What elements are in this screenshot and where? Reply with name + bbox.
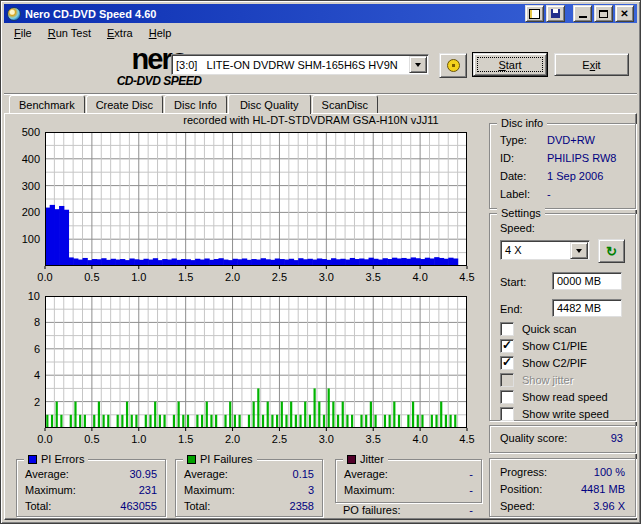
jitter-legend-swatch xyxy=(347,455,356,464)
checkbox-show-read-speed[interactable]: Show read speed xyxy=(500,390,608,404)
end-position-field[interactable]: 4482 MB xyxy=(552,299,622,317)
maximize-button[interactable] xyxy=(594,5,613,22)
position-value: 4481 MB xyxy=(581,483,625,495)
svg-text:3.5: 3.5 xyxy=(366,271,381,283)
svg-text:0.0: 0.0 xyxy=(37,433,52,445)
average-label: Average: xyxy=(25,468,69,480)
title-bar[interactable]: Nero CD-DVD Speed 4.60 ✕ xyxy=(4,4,637,23)
maximize-icon xyxy=(599,10,608,18)
pi-errors-legend: PI Errors xyxy=(41,453,84,466)
checkbox-show-jitter: Show jitter xyxy=(500,373,573,387)
svg-text:1.5: 1.5 xyxy=(178,433,193,445)
settings-legend: Settings xyxy=(497,207,545,220)
app-window: Nero CD-DVD Speed 4.60 ✕ File Run Test E… xyxy=(0,0,641,524)
svg-text:3.0: 3.0 xyxy=(319,433,334,445)
disc-date-value: 1 Sep 2006 xyxy=(547,170,603,182)
menu-extra[interactable]: Extra xyxy=(99,25,141,42)
disc-date-label: Date: xyxy=(500,170,526,182)
exit-button[interactable]: Exit xyxy=(554,53,629,76)
svg-text:4.5: 4.5 xyxy=(459,433,474,445)
end-position-label: End: xyxy=(500,303,523,315)
disc-id-label: ID: xyxy=(500,152,514,164)
start-position-value: 0000 MB xyxy=(557,275,601,287)
pi-errors-chart: 1002003004005000.00.51.01.52.02.53.03.54… xyxy=(14,127,479,287)
quality-score-panel: Quality score: 93 xyxy=(489,425,636,453)
svg-text:300: 300 xyxy=(22,180,40,192)
jitter-stats: Jitter Average:- Maximum:- xyxy=(335,459,482,503)
close-button[interactable]: ✕ xyxy=(615,5,634,22)
svg-text:2.0: 2.0 xyxy=(225,433,240,445)
pi-errors-stats: PI Errors Average:30.95 Maximum:231 Tota… xyxy=(16,459,166,517)
save-results-button[interactable] xyxy=(546,5,565,22)
menu-help[interactable]: Help xyxy=(141,25,180,42)
svg-text:1.0: 1.0 xyxy=(131,433,146,445)
cd-dvd-speed-logo-text: CD-DVD SPEED xyxy=(100,75,218,87)
checkbox-icon[interactable] xyxy=(500,339,514,353)
checkbox-quick-scan[interactable]: Quick scan xyxy=(500,322,576,336)
start-button-label: Start xyxy=(498,59,521,71)
end-position-value: 4482 MB xyxy=(557,302,601,314)
quality-score-value: 93 xyxy=(611,432,623,444)
progress-value: 100 % xyxy=(594,466,625,478)
checkbox-icon[interactable] xyxy=(500,322,514,336)
checkbox-show-c2-pif[interactable]: Show C2/PIF xyxy=(500,356,587,370)
close-icon: ✕ xyxy=(620,9,628,19)
menu-file[interactable]: File xyxy=(6,25,40,42)
chevron-down-icon[interactable] xyxy=(570,242,588,259)
maximum-label: Maximum: xyxy=(344,484,395,496)
speed-select[interactable]: 4 X xyxy=(500,240,590,260)
progress-panel: Progress:100 % Position:4481 MB Speed:3.… xyxy=(489,458,636,517)
start-position-field[interactable]: 0000 MB xyxy=(552,272,622,290)
chevron-down-icon[interactable] xyxy=(409,56,427,73)
app-icon xyxy=(7,7,21,21)
maximum-label: Maximum: xyxy=(184,484,235,496)
disc-label-label: Label: xyxy=(500,188,530,200)
pi-errors-legend-swatch xyxy=(28,455,37,464)
menu-run-test[interactable]: Run Test xyxy=(40,25,99,42)
maximum-value: 231 xyxy=(139,484,157,496)
refresh-icon: ↻ xyxy=(606,244,617,259)
window-title: Nero CD-DVD Speed 4.60 xyxy=(25,8,523,20)
checkbox-show-c1-pie[interactable]: Show C1/PIE xyxy=(500,339,587,353)
average-value: - xyxy=(469,468,473,480)
checkbox-icon[interactable] xyxy=(500,407,514,421)
tab-scandisc[interactable]: ScanDisc xyxy=(312,95,378,114)
drive-select[interactable]: [3:0] LITE-ON DVDRW SHM-165H6S HV9N xyxy=(171,54,429,75)
average-label: Average: xyxy=(184,468,228,480)
checkbox-icon[interactable] xyxy=(500,356,514,370)
position-label: Position: xyxy=(500,483,542,495)
svg-text:4: 4 xyxy=(34,369,40,381)
svg-text:6: 6 xyxy=(34,343,40,355)
svg-text:500: 500 xyxy=(22,127,40,138)
tab-create-disc[interactable]: Create Disc xyxy=(86,95,163,114)
svg-text:3.0: 3.0 xyxy=(319,271,334,283)
disc-icon xyxy=(447,59,460,72)
svg-text:10: 10 xyxy=(28,290,40,302)
start-button[interactable]: Start xyxy=(473,53,547,76)
speed-label: Speed: xyxy=(500,500,535,512)
tab-benchmark[interactable]: Benchmark xyxy=(9,95,85,114)
svg-text:1.5: 1.5 xyxy=(178,271,193,283)
maximum-value: 3 xyxy=(308,484,314,496)
svg-text:400: 400 xyxy=(22,153,40,165)
minimize-button[interactable] xyxy=(573,5,592,22)
checkbox-icon[interactable] xyxy=(500,390,514,404)
average-label: Average: xyxy=(344,468,388,480)
svg-text:8: 8 xyxy=(34,316,40,328)
disc-type-label: Type: xyxy=(500,134,527,146)
svg-text:4.5: 4.5 xyxy=(459,271,474,283)
checkbox-show-write-speed[interactable]: Show write speed xyxy=(500,407,609,421)
maximum-value: - xyxy=(469,484,473,496)
tab-disc-info[interactable]: Disc Info xyxy=(164,95,227,114)
svg-text:2.0: 2.0 xyxy=(225,271,240,283)
eject-disc-button[interactable] xyxy=(439,53,467,78)
pi-failures-chart: 2468100.00.51.01.52.02.53.03.54.04.5 xyxy=(14,289,479,445)
progress-label: Progress: xyxy=(500,466,547,478)
tab-disc-quality[interactable]: Disc Quality xyxy=(228,94,311,114)
speed-value: 3.96 X xyxy=(593,500,625,512)
report-button[interactable] xyxy=(525,5,544,22)
checkbox-label: Show jitter xyxy=(522,374,573,386)
maximum-label: Maximum: xyxy=(25,484,76,496)
exit-button-label: Exit xyxy=(582,59,600,71)
refresh-speed-button[interactable]: ↻ xyxy=(598,239,625,263)
